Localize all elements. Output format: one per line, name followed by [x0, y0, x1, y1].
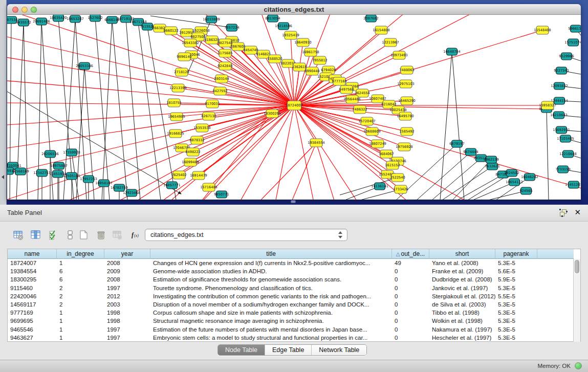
collapse-arrow-icon[interactable]	[2, 175, 4, 179]
graph-node[interactable]: 1527602	[88, 15, 102, 21]
graph-node[interactable]: 8498222	[185, 148, 200, 156]
table-mode-icon[interactable]	[10, 227, 26, 243]
graph-node[interactable]: 19384554	[308, 139, 325, 147]
graph-node[interactable]: 7632621	[485, 163, 499, 170]
column-header-short[interactable]: short	[429, 249, 495, 259]
graph-node[interactable]: 2087682	[363, 15, 378, 22]
network-window-titlebar[interactable]: citations_edges.txt	[7, 4, 581, 15]
graph-node[interactable]: 16495780	[397, 112, 414, 120]
graph-node[interactable]: 15958327	[539, 101, 556, 110]
column-header-year[interactable]: year	[104, 249, 150, 259]
graph-node[interactable]: 9227343	[554, 67, 569, 74]
graph-node[interactable]: 16543382	[182, 39, 199, 47]
column-header-in_degree[interactable]: in_degree	[57, 249, 104, 259]
graph-node[interactable]: 16961758	[302, 48, 319, 56]
column-header-out_de[interactable]: △out_de...	[392, 249, 429, 259]
graph-node[interactable]: 16958107	[95, 180, 113, 187]
graph-node[interactable]: 16033809	[203, 16, 220, 23]
graph-node[interactable]: 19654985	[168, 113, 185, 121]
float-panel-icon[interactable]	[559, 209, 568, 217]
graph-node[interactable]: 18807249	[369, 140, 386, 148]
graph-node[interactable]: 19756928	[396, 143, 413, 151]
graph-node[interactable]: 9474444	[463, 148, 478, 156]
graph-node[interactable]: 3684067	[379, 150, 394, 158]
create-column-icon[interactable]	[76, 227, 91, 243]
graph-node[interactable]: 8186328	[204, 36, 219, 44]
graph-node[interactable]: 7625402	[171, 171, 186, 179]
graph-node[interactable]: 9242848	[217, 62, 232, 70]
graph-node[interactable]: 10688609	[363, 127, 381, 136]
scrollbar-thumb[interactable]	[575, 260, 579, 273]
network-canvas[interactable]: 1872400716875341943557220691406186354201…	[7, 15, 581, 200]
table-row[interactable]: 2242004622012Investigating the contribut…	[8, 292, 574, 300]
graph-node[interactable]: 12213399	[169, 84, 187, 92]
graph-node[interactable]: 17359928	[63, 149, 80, 156]
close-panel-icon[interactable]: ✕	[574, 208, 581, 217]
graph-node[interactable]: 6879197	[449, 140, 464, 147]
tab-node-table[interactable]: Node Table	[218, 345, 265, 355]
graph-node[interactable]: 3175685	[217, 49, 232, 57]
column-header-title[interactable]: title	[150, 249, 392, 259]
graph-node[interactable]: 9896140	[177, 53, 191, 61]
graph-node[interactable]: 9329966	[559, 53, 574, 60]
graph-node[interactable]: 16857771	[163, 182, 181, 189]
graph-node[interactable]: 12342757	[33, 169, 51, 177]
graph-node[interactable]: 1588520	[267, 55, 282, 63]
graph-node[interactable]: 2718120	[174, 68, 189, 76]
graph-node[interactable]: 9850771	[214, 191, 229, 198]
graph-node[interactable]: 9435572	[16, 19, 31, 26]
function-builder-icon[interactable]: f(x)	[128, 227, 143, 243]
graph-node[interactable]: 15692931	[553, 126, 570, 134]
graph-node[interactable]: 8267130	[201, 112, 216, 120]
table-row[interactable]: 1456911722003Disruption of a novel membe…	[8, 300, 574, 309]
splitter-handle[interactable]	[291, 200, 296, 203]
show-columns-icon[interactable]	[28, 227, 43, 243]
table-row[interactable]: 1872400712008Changes of HCN gene express…	[8, 259, 574, 267]
graph-node[interactable]: 16782759	[111, 184, 128, 191]
graph-node[interactable]: 924565	[519, 187, 532, 194]
table-row[interactable]: 977716911998Corpus callosum shape and si…	[8, 309, 574, 317]
tab-network-table[interactable]: Network Table	[312, 345, 366, 355]
column-header-name[interactable]: name	[8, 249, 57, 259]
graph-node[interactable]: 19218596	[275, 23, 292, 30]
select-columns-icon[interactable]	[46, 227, 61, 243]
delete-column-icon[interactable]	[93, 227, 108, 243]
table-row[interactable]: 1938455462009Genome-wide association stu…	[8, 267, 574, 275]
graph-node[interactable]: 1585492	[399, 127, 414, 136]
graph-node[interactable]: 8660122	[163, 27, 178, 35]
graph-node[interactable]: 15751074	[564, 39, 581, 46]
graph-node[interactable]: 15720407	[358, 117, 376, 125]
graph-node[interactable]: 12213967	[382, 38, 399, 47]
column-header-pagerank[interactable]: pagerank	[495, 249, 537, 259]
graph-node[interactable]: 9777169	[332, 77, 346, 85]
graph-node[interactable]: 8990448	[304, 67, 319, 75]
graph-node[interactable]: 16046242	[521, 173, 538, 181]
graph-node[interactable]: 20564486	[343, 95, 361, 103]
table-scrollbar[interactable]	[573, 259, 580, 342]
graph-node[interactable]: 8427552	[212, 87, 227, 95]
graph-node[interactable]: 2522540	[390, 173, 405, 182]
graph-node[interactable]: 7955812	[312, 56, 327, 64]
table-row[interactable]: 946362711997Embryonic stem cells: a mode…	[8, 334, 574, 342]
graph-node[interactable]: 16465290	[398, 97, 416, 105]
table-row[interactable]: 911546021997Tourette syndrome. Phenomeno…	[8, 284, 574, 292]
graph-node[interactable]: 15353538	[193, 124, 211, 132]
graph-node[interactable]: 20206536	[41, 150, 59, 158]
table-selector-dropdown[interactable]: citations_edges.txt	[145, 229, 347, 241]
graph-node[interactable]: 19325419	[282, 31, 299, 39]
graph-node[interactable]: 1810755	[166, 99, 181, 107]
table-row[interactable]: 946554611997Estimation of the future num…	[8, 325, 574, 334]
memory-status-led[interactable]	[575, 362, 582, 369]
graph-node[interactable]: 16914479	[190, 171, 207, 180]
table-row[interactable]: 1830029562008Estimation of significance …	[8, 275, 574, 283]
graph-node[interactable]: 7857224	[224, 24, 239, 31]
tab-edge-table[interactable]: Edge Table	[265, 345, 312, 355]
graph-node[interactable]: 16210643	[550, 112, 568, 119]
graph-node[interactable]: 8962139	[484, 156, 498, 163]
graph-node[interactable]: 12975103	[397, 80, 415, 88]
graph-node[interactable]: 12093832	[551, 82, 568, 90]
table-header-row[interactable]: namein_degreeyeartitle△out_de...shortpag…	[8, 249, 574, 259]
graph-node[interactable]: 9170031	[205, 100, 220, 108]
graph-node[interactable]: 8813054	[265, 15, 280, 22]
control-panel-collapsed-strip[interactable]	[0, 0, 7, 205]
